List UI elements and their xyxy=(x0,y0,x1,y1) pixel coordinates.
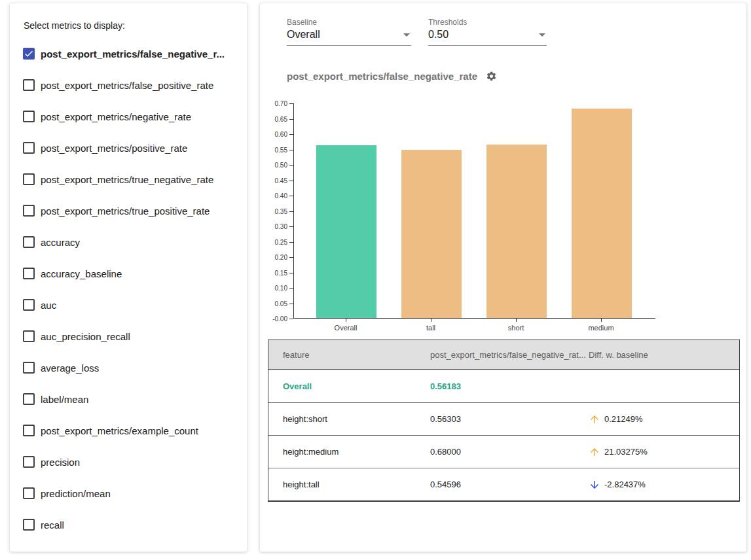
baseline-select-label: Baseline xyxy=(287,18,411,27)
bar-short[interactable] xyxy=(486,145,547,318)
checkbox[interactable] xyxy=(23,330,35,342)
checkbox[interactable] xyxy=(23,268,35,279)
metric-label: label/mean xyxy=(41,394,88,405)
metric-label: post_export_metrics/false_negative_r... xyxy=(41,48,225,60)
diff-text: 0.21249% xyxy=(604,414,643,424)
checkbox[interactable] xyxy=(23,362,35,374)
x-tick-label: short xyxy=(490,324,542,332)
y-tick-label: 0.20 xyxy=(260,254,287,261)
value-cell: 0.54596 xyxy=(430,480,584,489)
checkbox[interactable] xyxy=(23,142,35,154)
checkbox[interactable] xyxy=(23,519,35,531)
y-tick-label: 0.55 xyxy=(260,147,287,154)
chevron-down-icon xyxy=(539,33,545,37)
metric-label: average_loss xyxy=(41,362,99,374)
metric-checkbox-item[interactable]: accuracy xyxy=(10,226,247,258)
checkbox[interactable] xyxy=(23,236,35,248)
bar-chart: 0.700.650.600.550.500.450.400.350.300.25… xyxy=(260,103,666,339)
checkbox[interactable] xyxy=(23,48,35,60)
feature-cell: Overall xyxy=(268,381,430,391)
table-header-row: feature post_export_metrics/false_negati… xyxy=(268,340,739,370)
diff-cell: -2.82437% xyxy=(584,479,739,491)
y-tick-label: 0.40 xyxy=(260,192,287,200)
gear-icon[interactable] xyxy=(486,71,497,82)
checkbox[interactable] xyxy=(23,456,35,468)
metric-checkbox-item[interactable]: recall xyxy=(10,509,247,540)
feature-cell: height:medium xyxy=(268,447,430,457)
metric-checkbox-item[interactable]: post_export_metrics/example_count xyxy=(10,415,247,446)
x-tick-label: tall xyxy=(405,324,457,332)
metric-label: post_export_metrics/true_positive_rate xyxy=(41,205,210,217)
metric-checkbox-item[interactable]: auc xyxy=(10,289,247,321)
checkbox[interactable] xyxy=(23,425,35,436)
checkbox[interactable] xyxy=(23,79,35,91)
metric-checkbox-item[interactable]: label/mean xyxy=(10,383,247,415)
feature-cell: height:tall xyxy=(268,480,430,489)
y-tick-label: 0.70 xyxy=(260,100,287,107)
chart-title: post_export_metrics/false_negative_rate xyxy=(287,71,477,82)
table-row: height:short 0.56303 0.21249% xyxy=(268,402,739,435)
diff-cell: 0.21249% xyxy=(584,413,739,425)
checkbox[interactable] xyxy=(23,173,35,185)
arrow-up-icon xyxy=(589,413,600,425)
table-header-feature: feature xyxy=(268,350,430,360)
checkbox[interactable] xyxy=(23,393,35,405)
metric-label: post_export_metrics/negative_rate xyxy=(41,111,191,122)
chevron-down-icon xyxy=(403,33,410,37)
metric-checkbox-item[interactable]: post_export_metrics/false_positive_rate xyxy=(10,69,247,101)
checkbox[interactable] xyxy=(23,205,35,217)
bar-Overall[interactable] xyxy=(316,145,376,318)
metrics-table: feature post_export_metrics/false_negati… xyxy=(268,340,740,502)
bar-tall[interactable] xyxy=(401,150,462,318)
metric-checkbox-item[interactable]: precision xyxy=(10,446,247,478)
metric-checkbox-item[interactable]: post_export_metrics/true_positive_rate xyxy=(10,195,247,226)
metric-label: accuracy xyxy=(41,237,80,248)
y-tick-label: -0.00 xyxy=(260,315,287,323)
metric-label: precision xyxy=(41,457,80,468)
diff-text: -2.82437% xyxy=(604,480,646,489)
metric-checkbox-item[interactable]: post_export_metrics/true_negative_rate xyxy=(10,164,247,195)
value-cell: 0.68000 xyxy=(430,447,584,457)
y-tick-label: 0.35 xyxy=(260,208,287,215)
metric-checkbox-item[interactable]: post_export_metrics/false_negative_r... xyxy=(10,38,247,69)
thresholds-select: Thresholds 0.50 xyxy=(428,18,547,46)
metric-label: post_export_metrics/true_negative_rate xyxy=(41,174,213,185)
metrics-panel: Baseline Overall Thresholds 0.50 post_ex… xyxy=(259,3,747,552)
checkbox[interactable] xyxy=(23,111,35,122)
metric-checkbox-item[interactable]: accuracy_baseline xyxy=(10,258,247,289)
y-tick-label: 0.60 xyxy=(260,131,287,138)
metric-checkbox-item[interactable]: post_export_metrics/positive_rate xyxy=(10,132,247,164)
diff-text: 21.03275% xyxy=(604,447,648,457)
metric-checkbox-item[interactable]: post_export_metrics/negative_rate xyxy=(10,101,247,132)
y-tick-label: 0.10 xyxy=(260,285,287,292)
table-row: Overall 0.56183 xyxy=(268,370,739,402)
thresholds-select-value-row[interactable]: 0.50 xyxy=(428,29,547,46)
bar-medium[interactable] xyxy=(572,109,632,318)
metric-checkbox-item[interactable]: auc_precision_recall xyxy=(10,321,247,352)
thresholds-select-value: 0.50 xyxy=(428,29,449,41)
y-tick-label: 0.05 xyxy=(260,300,287,307)
chart-header: post_export_metrics/false_negative_rate xyxy=(287,71,497,82)
y-tick-label: 0.50 xyxy=(260,162,287,169)
table-header-metric: post_export_metrics/false_negative_rat..… xyxy=(430,350,584,360)
metric-select-title: Select metrics to display: xyxy=(24,20,247,31)
metric-label: post_export_metrics/false_positive_rate xyxy=(41,80,213,91)
y-tick-label: 0.25 xyxy=(260,239,287,246)
metric-label: auc_precision_recall xyxy=(41,331,130,342)
table-header-diff: Diff. w. baseline xyxy=(584,350,739,360)
metric-label: post_export_metrics/example_count xyxy=(41,425,198,436)
value-cell: 0.56183 xyxy=(430,381,584,391)
checkbox[interactable] xyxy=(23,299,35,311)
metric-checkbox-item[interactable]: average_loss xyxy=(10,352,247,383)
metric-checkbox-item[interactable]: prediction/mean xyxy=(10,478,247,509)
baseline-select-value-row[interactable]: Overall xyxy=(287,29,411,46)
x-tick-mark xyxy=(346,319,346,322)
metric-label: auc xyxy=(41,300,56,311)
x-tick-label: medium xyxy=(575,324,627,332)
x-tick-mark xyxy=(601,319,602,322)
checkbox[interactable] xyxy=(23,487,35,499)
x-tick-label: Overall xyxy=(320,324,372,332)
metric-label: accuracy_baseline xyxy=(41,268,122,279)
table-body: Overall 0.56183 height:short 0.56303 xyxy=(268,370,739,500)
chart-plot xyxy=(293,103,655,319)
